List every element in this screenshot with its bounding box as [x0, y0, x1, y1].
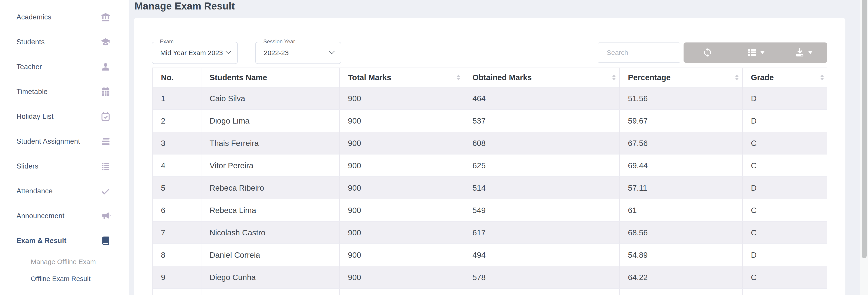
book-icon [100, 236, 111, 246]
column-header-label: Students Name [210, 73, 267, 82]
vertical-scrollbar[interactable] [860, 0, 868, 295]
table-row: 1 Caio Silva 900 464 51.56 D [153, 88, 827, 110]
calendar-check-icon [100, 111, 111, 122]
column-header-label: Grade [751, 73, 774, 82]
cell-total-marks: 900 [340, 199, 464, 221]
column-header-no[interactable]: No. [153, 68, 202, 87]
column-view-button[interactable] [732, 42, 779, 63]
download-icon [795, 47, 805, 58]
bullhorn-icon [100, 211, 111, 221]
column-header-obtained-marks[interactable]: Obtained Marks [464, 68, 620, 87]
cell-students-name: Daniel Correia [202, 244, 340, 266]
cell-grade: C [743, 155, 828, 176]
sort-icon[interactable] [612, 75, 616, 80]
cell-percentage: 57.11 [620, 177, 743, 199]
cell-students-name: Nicolash Castro [202, 222, 340, 243]
cell-total-marks: 900 [340, 110, 464, 132]
sidebar-item-holiday-list[interactable]: Holiday List [0, 104, 129, 129]
table-row: 8 Daniel Correia 900 494 54.89 D [153, 244, 827, 266]
session-year-select-value: 2022-23 [264, 42, 289, 63]
cell-obtained-marks: 608 [464, 132, 620, 154]
column-header-percentage[interactable]: Percentage [620, 68, 743, 87]
column-header-label: Percentage [628, 73, 671, 82]
cell-obtained-marks: 549 [464, 199, 620, 221]
cell-no: 8 [153, 244, 202, 266]
sidebar-item-sliders[interactable]: Sliders [0, 154, 129, 179]
sidebar-item-teacher[interactable]: Teacher [0, 55, 129, 79]
cell-total-marks: 900 [340, 177, 464, 199]
exam-select[interactable]: Exam Mid Year Exam 2023 [152, 42, 238, 64]
sidebar-subitem-label: Offline Exam Result [31, 275, 91, 283]
table-row: 5 Rebeca Ribeiro 900 514 57.11 D [153, 177, 827, 199]
cell-percentage: 54.89 [620, 244, 743, 266]
column-header-label: Obtained Marks [472, 73, 532, 82]
cell-obtained-marks: 464 [464, 88, 620, 109]
sidebar-item-label: Academics [17, 13, 51, 21]
chevron-down-icon [329, 51, 335, 55]
cell-no: 5 [153, 177, 202, 199]
column-header-students-name[interactable]: Students Name [202, 68, 340, 87]
cell-total-marks: 900 [340, 155, 464, 176]
sidebar-item-student-assignment[interactable]: Student Assignment [0, 129, 129, 154]
caret-down-icon [808, 51, 812, 54]
bank-icon [100, 12, 111, 22]
cell-percentage: 67.56 [620, 132, 743, 154]
cell-obtained-marks: 537 [464, 110, 620, 132]
cell-grade: D [743, 244, 828, 266]
table-list-icon [747, 47, 757, 58]
column-header-total-marks[interactable]: Total Marks [340, 68, 464, 87]
cell-percentage: 64.22 [620, 266, 743, 288]
sidebar-item-attendance[interactable]: Attendance [0, 179, 129, 203]
sidebar-item-timetable[interactable]: Timetable [0, 79, 129, 104]
sidebar-subitem-manage-offline-exam[interactable]: Manage Offline Exam [0, 253, 129, 270]
cell-obtained-marks [464, 289, 620, 295]
column-header-label: Total Marks [348, 73, 391, 82]
sort-icon[interactable] [820, 75, 824, 80]
scrollbar-thumb[interactable] [862, 0, 867, 258]
cell-percentage: 59.67 [620, 110, 743, 132]
sidebar-item-label: Attendance [17, 187, 53, 195]
sort-icon[interactable] [735, 75, 739, 80]
export-button[interactable] [779, 42, 827, 63]
cell-obtained-marks: 625 [464, 155, 620, 176]
sidebar-item-label: Announcement [17, 212, 64, 220]
column-header-grade[interactable]: Grade [743, 68, 828, 87]
cell-no: 3 [153, 132, 202, 154]
sidebar-subitem-label: Manage Offline Exam [31, 258, 96, 266]
sidebar-item-academics[interactable]: Academics [0, 5, 129, 30]
sidebar-item-students[interactable]: Students [0, 30, 129, 55]
cell-obtained-marks: 514 [464, 177, 620, 199]
search-input[interactable] [598, 42, 680, 63]
sidebar: Academics Students Teacher Timetable Hol [0, 0, 129, 295]
sidebar-item-label: Exam & Result [17, 237, 66, 245]
cell-grade [743, 289, 828, 295]
check-icon [100, 186, 111, 196]
cell-grade: D [743, 177, 828, 199]
sort-icon[interactable] [457, 75, 460, 80]
sidebar-nav: Academics Students Teacher Timetable Hol [0, 0, 129, 287]
cell-total-marks: 900 [340, 88, 464, 109]
cell-no: 6 [153, 199, 202, 221]
table-row-partial [153, 289, 827, 295]
cell-students-name: Diogo Lima [202, 110, 340, 132]
content-card: Exam Mid Year Exam 2023 Session Year 202… [134, 18, 845, 295]
refresh-button[interactable] [684, 42, 732, 63]
cell-percentage: 51.56 [620, 88, 743, 109]
list-icon [100, 161, 111, 171]
cell-percentage [620, 289, 743, 295]
cell-total-marks: 900 [340, 132, 464, 154]
sidebar-item-label: Holiday List [17, 112, 54, 121]
table-toolbar [684, 42, 827, 63]
cell-grade: C [743, 222, 828, 243]
sidebar-item-announcement[interactable]: Announcement [0, 203, 129, 228]
table-row: 2 Diogo Lima 900 537 59.67 D [153, 110, 827, 132]
page-title: Manage Exam Result [134, 0, 235, 12]
cell-obtained-marks: 617 [464, 222, 620, 243]
table-row: 3 Thais Ferreira 900 608 67.56 C [153, 132, 827, 155]
cell-students-name: Rebeca Ribeiro [202, 177, 340, 199]
session-year-select[interactable]: Session Year 2022-23 [255, 42, 341, 64]
cell-total-marks: 900 [340, 222, 464, 243]
cell-percentage: 68.56 [620, 222, 743, 243]
sidebar-subitem-offline-exam-result[interactable]: Offline Exam Result [0, 270, 129, 287]
sidebar-item-exam-result[interactable]: Exam & Result [0, 228, 129, 253]
